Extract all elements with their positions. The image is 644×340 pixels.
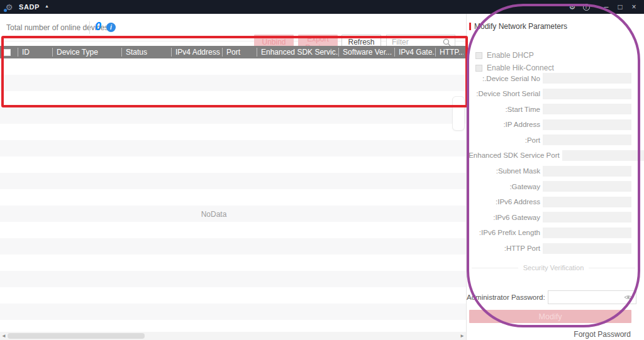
select-all-cell <box>0 49 18 56</box>
about-info-icon[interactable]: i <box>579 0 593 14</box>
horizontal-scrollbar[interactable]: ◄ ► <box>0 332 466 340</box>
divider-line <box>589 268 635 268</box>
eye-icon[interactable] <box>624 294 633 300</box>
admin-password-input[interactable] <box>548 293 624 302</box>
form-field-row: IP Address: <box>467 119 644 130</box>
security-verification-label: Security Verification <box>523 264 584 271</box>
field-input[interactable] <box>543 243 631 254</box>
form-field-row: Start Time: <box>467 104 644 114</box>
scroll-left-arrow-icon[interactable]: ◄ <box>0 332 8 340</box>
field-label: IP Address: <box>467 121 540 128</box>
column-header[interactable]: Port <box>222 48 257 57</box>
table-header: ID Device Type Status IPv4 Address Port … <box>0 46 466 58</box>
toolbar: Total number of online devices: 0 i Unbi… <box>0 14 466 41</box>
field-label: Port: <box>467 136 540 144</box>
field-input[interactable] <box>543 181 631 192</box>
admin-password-label: Administrator Password: <box>467 293 545 301</box>
vertical-scrollbar-thumb[interactable] <box>452 96 465 131</box>
field-input[interactable] <box>543 104 631 114</box>
device-table-body: NoData <box>0 58 466 332</box>
field-label: IPv6 Address: <box>467 198 540 206</box>
checkbox-row[interactable]: Enable Hik-Connect <box>475 64 554 72</box>
column-header[interactable]: HTTP... <box>435 48 464 57</box>
field-label: Gateway: <box>467 183 540 190</box>
field-label: Start Time: <box>467 106 540 113</box>
maximize-button[interactable]: □ <box>613 0 627 14</box>
sadp-window: ⚙ SADP ⚙ i – □ × Total number of online … <box>0 0 644 340</box>
app-title: SADP <box>19 3 40 11</box>
form-field-row: Device Serial No.: <box>467 73 644 84</box>
form-field-row: IPv6 Address: <box>467 197 644 207</box>
column-header[interactable]: Status <box>121 48 171 57</box>
admin-password-field <box>548 290 636 304</box>
column-header[interactable]: Enhanced SDK Servic... <box>257 48 338 57</box>
modify-network-panel: Modify Network Parameters Enable DHCP En… <box>466 14 644 340</box>
admin-password-row: Administrator Password: <box>467 290 644 304</box>
field-input[interactable] <box>543 228 631 238</box>
app-logo-icon: ⚙ <box>4 3 14 12</box>
horizontal-scrollbar-thumb[interactable] <box>8 333 145 339</box>
checkbox[interactable] <box>475 65 482 72</box>
search-icon[interactable] <box>443 38 451 47</box>
form-field-row: IPv6 Prefix Length: <box>467 228 644 238</box>
field-input[interactable] <box>543 119 631 130</box>
field-input[interactable] <box>543 134 631 145</box>
field-input[interactable] <box>543 73 631 84</box>
toolbar-divider <box>89 21 90 34</box>
field-label: Subnet Mask: <box>467 167 540 175</box>
form-field-row: Port: <box>467 134 644 145</box>
network-fields: Device Serial No.: Device Short Serial: … <box>467 73 644 254</box>
checkbox-label: Enable DHCP <box>487 51 534 60</box>
select-all-checkbox[interactable] <box>4 49 11 56</box>
scroll-right-arrow-icon[interactable]: ► <box>458 332 466 340</box>
divider-line <box>472 268 518 268</box>
panel-title-row: Modify Network Parameters <box>467 22 567 31</box>
field-input[interactable] <box>543 197 631 207</box>
panel-title: Modify Network Parameters <box>474 22 567 31</box>
logo-dot <box>4 9 7 12</box>
titlebar-controls: ⚙ i – □ × <box>565 0 644 14</box>
field-label: Device Short Serial: <box>467 90 540 97</box>
minimize-button[interactable]: – <box>599 0 613 14</box>
column-header[interactable]: Software Ver... <box>338 48 394 57</box>
info-icon[interactable]: i <box>106 23 116 32</box>
about-glyph: i <box>583 4 590 11</box>
field-input[interactable] <box>543 166 631 177</box>
empty-state-text: NoData <box>0 210 428 219</box>
security-verification-divider: Security Verification <box>472 264 635 271</box>
form-field-row: Gateway: <box>467 181 644 192</box>
form-field-row: Enhanced SDK Service Port: <box>467 150 644 161</box>
field-label: Device Serial No.: <box>467 75 540 82</box>
panel-checkboxes: Enable DHCP Enable Hik-Connect <box>475 52 554 72</box>
sort-asc-icon[interactable]: ▲ <box>45 4 49 9</box>
field-input[interactable] <box>562 150 644 161</box>
column-header[interactable]: Device Type <box>52 48 121 57</box>
forgot-password-link[interactable]: Forgot Password <box>574 330 631 339</box>
filter-input[interactable] <box>387 38 443 47</box>
form-field-row: HTTP Port: <box>467 243 644 254</box>
section-marker <box>469 23 471 30</box>
column-header[interactable]: IPv4 Gate... <box>394 48 435 57</box>
form-field-row: Subnet Mask: <box>467 166 644 177</box>
modify-button[interactable]: Modify <box>469 310 631 323</box>
total-devices-count: 0 <box>95 20 101 33</box>
field-label: IPv6 Prefix Length: <box>467 229 540 236</box>
horizontal-scrollbar-track[interactable] <box>8 332 458 340</box>
field-input[interactable] <box>543 89 631 99</box>
field-label: HTTP Port: <box>467 244 540 252</box>
checkbox[interactable] <box>475 52 482 59</box>
checkbox-label: Enable Hik-Connect <box>487 63 554 72</box>
close-button[interactable]: × <box>627 0 641 14</box>
form-field-row: IPv6 Gateway: <box>467 212 644 222</box>
field-label: IPv6 Gateway: <box>467 214 540 221</box>
column-header[interactable]: ID <box>18 48 52 57</box>
settings-gear-icon[interactable]: ⚙ <box>565 0 579 14</box>
checkbox-row[interactable]: Enable DHCP <box>475 52 554 59</box>
field-label: Enhanced SDK Service Port: <box>467 151 560 159</box>
column-header[interactable]: IPv4 Address <box>171 48 222 57</box>
titlebar: ⚙ SADP ⚙ i – □ × <box>0 0 644 14</box>
field-input[interactable] <box>543 212 631 222</box>
form-field-row: Device Short Serial: <box>467 89 644 99</box>
